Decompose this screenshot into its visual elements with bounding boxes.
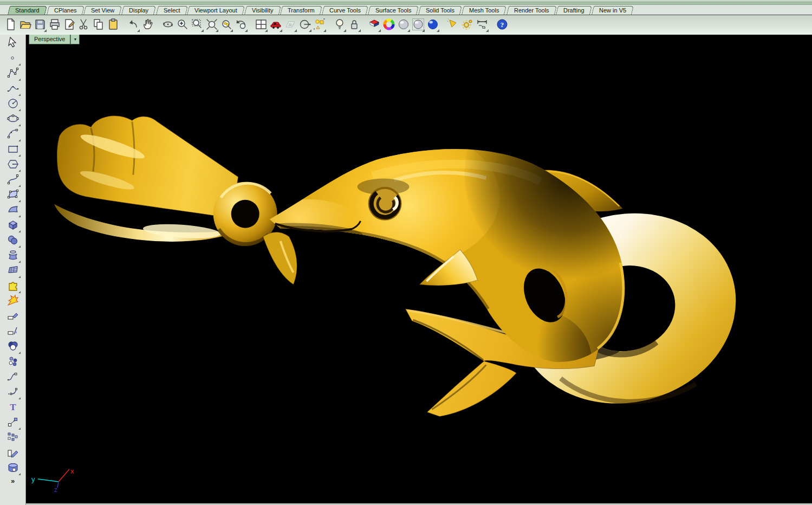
flyout-arrow-icon[interactable] bbox=[18, 291, 21, 293]
interp-curve-tool-button[interactable] bbox=[4, 82, 22, 97]
flyout-arrow-icon[interactable] bbox=[18, 245, 21, 248]
export-annotate-button[interactable] bbox=[62, 18, 76, 33]
lock-objects-button[interactable] bbox=[347, 18, 361, 33]
tab-display[interactable]: Display bbox=[121, 6, 156, 15]
flyout-arrow-icon[interactable] bbox=[280, 29, 282, 32]
circle-tool-button[interactable] bbox=[4, 97, 22, 112]
open-file-button[interactable] bbox=[18, 18, 33, 33]
flyout-arrow-icon[interactable] bbox=[486, 29, 489, 32]
flyout-arrow-icon[interactable] bbox=[18, 428, 21, 430]
array-tool-button[interactable] bbox=[4, 431, 22, 446]
tab-transform[interactable]: Transform bbox=[280, 6, 322, 15]
sphere-boolean-tool-button[interactable] bbox=[4, 234, 22, 249]
tab-render-tools[interactable]: Render Tools bbox=[506, 6, 557, 15]
flyout-arrow-icon[interactable] bbox=[18, 124, 21, 126]
flyout-arrow-icon[interactable] bbox=[18, 352, 21, 354]
explode-tool-button[interactable] bbox=[4, 279, 22, 294]
pan-button[interactable] bbox=[140, 18, 155, 33]
flyout-arrow-icon[interactable] bbox=[358, 29, 361, 32]
box-tool-button[interactable] bbox=[4, 218, 22, 234]
flyout-arrow-icon[interactable] bbox=[18, 109, 21, 111]
trim-tool-button[interactable] bbox=[4, 309, 22, 325]
undo-button[interactable] bbox=[126, 18, 140, 33]
point-tool-button[interactable] bbox=[4, 51, 22, 67]
flyout-arrow-icon[interactable] bbox=[230, 29, 233, 32]
rendered-viewport-button[interactable] bbox=[425, 18, 440, 33]
flyout-arrow-icon[interactable] bbox=[18, 397, 21, 399]
flyout-arrow-icon[interactable] bbox=[18, 170, 21, 172]
viewport-title[interactable]: Perspective bbox=[29, 35, 70, 44]
flyout-arrow-icon[interactable] bbox=[18, 139, 21, 141]
flyout-arrow-icon[interactable] bbox=[18, 230, 21, 232]
flyout-arrow-icon[interactable] bbox=[422, 29, 425, 32]
zoom-extents-button[interactable] bbox=[204, 18, 219, 33]
flyout-arrow-icon[interactable] bbox=[18, 261, 21, 263]
mesh-tool-button[interactable] bbox=[4, 264, 22, 279]
viewport-dropdown-button[interactable]: ▼ bbox=[70, 35, 80, 44]
flyout-arrow-icon[interactable] bbox=[265, 29, 268, 32]
polygon-tool-button[interactable] bbox=[4, 158, 22, 173]
flyout-arrow-icon[interactable] bbox=[18, 154, 21, 157]
flyout-arrow-icon[interactable] bbox=[18, 215, 21, 217]
more-tools-button[interactable]: » bbox=[11, 477, 15, 485]
flyout-arrow-icon[interactable] bbox=[44, 29, 47, 32]
bail-fan[interactable] bbox=[57, 116, 238, 218]
tab-drafting[interactable]: Drafting bbox=[556, 6, 592, 15]
ghosted-viewport-button[interactable] bbox=[411, 18, 425, 33]
text-tool-button[interactable]: T bbox=[4, 400, 22, 416]
flyout-arrow-icon[interactable] bbox=[18, 473, 21, 475]
tab-visibility[interactable]: Visibility bbox=[244, 6, 281, 15]
flyout-arrow-icon[interactable] bbox=[245, 29, 248, 32]
render-cone-button[interactable] bbox=[445, 18, 460, 33]
save-button[interactable] bbox=[33, 18, 47, 33]
fillet-burst-tool-button[interactable] bbox=[4, 294, 22, 309]
set-cplane-button[interactable] bbox=[297, 18, 312, 33]
surface-grid-tool-button[interactable] bbox=[4, 188, 22, 203]
tab-new-in-v5[interactable]: New in V5 bbox=[592, 6, 634, 15]
shaded-viewport-button[interactable] bbox=[396, 18, 411, 33]
tab-solid-tools[interactable]: Solid Tools bbox=[418, 6, 462, 15]
zoom-window-button[interactable] bbox=[190, 18, 204, 33]
zoom-selected-button[interactable] bbox=[219, 18, 233, 33]
flyout-arrow-icon[interactable] bbox=[18, 63, 21, 66]
solid-pen-tool-button[interactable] bbox=[4, 446, 22, 461]
lamp-button[interactable] bbox=[332, 18, 347, 33]
flyout-arrow-icon[interactable] bbox=[343, 29, 346, 32]
select-pointer-tool-button[interactable] bbox=[4, 36, 22, 51]
options-gears-button[interactable] bbox=[460, 18, 475, 33]
flyout-arrow-icon[interactable] bbox=[201, 29, 204, 32]
group-points-tool-button[interactable] bbox=[4, 355, 22, 370]
flyout-arrow-icon[interactable] bbox=[18, 276, 21, 278]
tab-surface-tools[interactable]: Surface Tools bbox=[368, 6, 419, 15]
tab-curve-tools[interactable]: Curve Tools bbox=[322, 6, 368, 15]
flyout-arrow-icon[interactable] bbox=[18, 185, 21, 187]
print-button[interactable] bbox=[47, 18, 62, 33]
rectangle-tool-button[interactable] bbox=[4, 143, 22, 158]
view-car-button[interactable] bbox=[268, 18, 283, 33]
tab-viewport-layout[interactable]: Viewport Layout bbox=[187, 6, 245, 15]
new-file-button[interactable] bbox=[3, 18, 18, 33]
flyout-arrow-icon[interactable] bbox=[18, 94, 21, 96]
undo-view-change-button[interactable] bbox=[233, 18, 248, 33]
flyout-arrow-icon[interactable] bbox=[323, 29, 326, 32]
selection-filter-button[interactable] bbox=[312, 18, 327, 33]
blend-curve-tool-button[interactable] bbox=[4, 370, 22, 385]
flyout-arrow-icon[interactable] bbox=[437, 29, 439, 32]
color-wheel-button[interactable] bbox=[381, 18, 396, 33]
zoom-in-button[interactable] bbox=[175, 18, 190, 33]
flyout-arrow-icon[interactable] bbox=[18, 200, 21, 202]
tab-set-view[interactable]: Set View bbox=[83, 6, 122, 15]
paste-button[interactable] bbox=[106, 18, 120, 33]
revolve-tool-button[interactable] bbox=[4, 249, 22, 264]
flyout-arrow-icon[interactable] bbox=[309, 29, 311, 32]
tab-cplanes[interactable]: CPlanes bbox=[47, 6, 85, 15]
layer-wedge-button[interactable] bbox=[367, 18, 381, 33]
rotate-view-button[interactable] bbox=[160, 18, 175, 33]
arc-tool-button[interactable] bbox=[4, 127, 22, 143]
extend-curve-tool-button[interactable] bbox=[4, 385, 22, 400]
flyout-arrow-icon[interactable] bbox=[137, 29, 140, 32]
cplane-inactive-button[interactable] bbox=[283, 18, 297, 33]
solid-box-tool-button[interactable] bbox=[4, 461, 22, 476]
handle-curve-tool-button[interactable] bbox=[4, 173, 22, 188]
copy-button[interactable] bbox=[91, 18, 106, 33]
